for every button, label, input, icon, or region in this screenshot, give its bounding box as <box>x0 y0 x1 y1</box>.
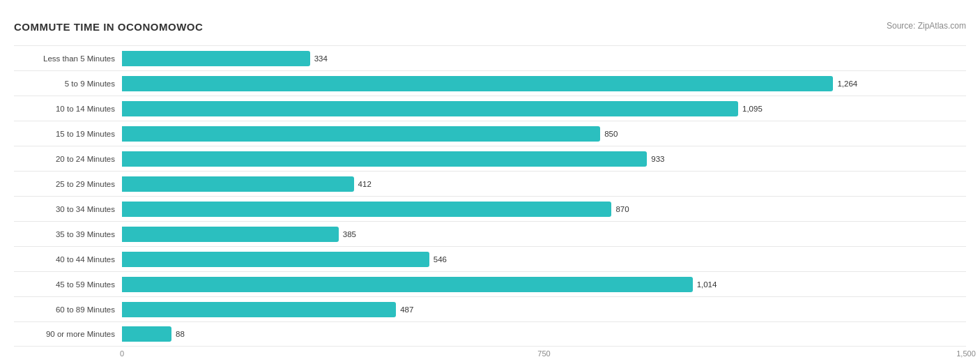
x-axis-tick: 1,500 <box>956 349 976 358</box>
bar-area: 334 <box>122 49 966 68</box>
bar-label: 60 to 89 Minutes <box>14 305 122 314</box>
bar-row: 20 to 24 Minutes933 <box>14 146 966 171</box>
x-axis-tick: 750 <box>537 349 550 358</box>
bar-value: 412 <box>358 180 372 188</box>
bar: 334 <box>122 51 310 66</box>
x-axis: 07501,500 <box>122 349 966 363</box>
bar-row: 30 to 34 Minutes870 <box>14 196 966 221</box>
bar-value: 870 <box>615 205 629 213</box>
bar-label: 40 to 44 Minutes <box>14 255 122 264</box>
bar-value: 1,264 <box>837 79 857 88</box>
bar-area: 385 <box>122 225 966 244</box>
bar-label: 5 to 9 Minutes <box>14 79 122 88</box>
bar-label: 15 to 19 Minutes <box>14 130 122 138</box>
bar: 88 <box>122 326 171 342</box>
chart-source: Source: ZipAtlas.com <box>887 21 966 31</box>
bar-row: 40 to 44 Minutes546 <box>14 246 966 271</box>
bar-area: 546 <box>122 250 966 269</box>
bar-value: 487 <box>400 305 413 314</box>
bar-row: 5 to 9 Minutes1,264 <box>14 70 966 96</box>
bar: 870 <box>122 202 611 217</box>
bar-label: 20 to 24 Minutes <box>14 155 122 163</box>
bar-row: Less than 5 Minutes334 <box>14 45 966 70</box>
bar-value: 88 <box>176 330 185 338</box>
bar-row: 10 to 14 Minutes1,095 <box>14 96 966 121</box>
bar-label: 30 to 34 Minutes <box>14 205 122 213</box>
chart-container: COMMUTE TIME IN OCONOMOWOC Source: ZipAt… <box>14 14 966 364</box>
bar: 1,095 <box>122 101 738 116</box>
bar-row: 25 to 29 Minutes412 <box>14 171 966 196</box>
bar: 412 <box>122 176 354 192</box>
bar-value: 1,014 <box>697 280 717 289</box>
bar-area: 1,264 <box>122 74 966 93</box>
bar-area: 870 <box>122 199 966 219</box>
bar-label: 90 or more Minutes <box>14 330 122 338</box>
bar: 1,264 <box>122 76 833 91</box>
bar-label: 45 to 59 Minutes <box>14 280 122 289</box>
bar-area: 487 <box>122 300 966 319</box>
bar: 850 <box>122 126 600 142</box>
bar: 933 <box>122 151 647 167</box>
bar-row: 15 to 19 Minutes850 <box>14 121 966 146</box>
chart-header: COMMUTE TIME IN OCONOMOWOC Source: ZipAt… <box>14 21 966 33</box>
bar-row: 45 to 59 Minutes1,014 <box>14 271 966 296</box>
bar-value: 334 <box>314 54 328 63</box>
bar-row: 90 or more Minutes88 <box>14 321 966 347</box>
x-axis-tick: 0 <box>120 349 124 358</box>
bar-area: 933 <box>122 149 966 169</box>
chart-title: COMMUTE TIME IN OCONOMOWOC <box>14 21 203 33</box>
bar-value: 933 <box>651 155 664 163</box>
bar-label: 10 to 14 Minutes <box>14 105 122 113</box>
bar-area: 412 <box>122 174 966 194</box>
bar: 546 <box>122 252 429 267</box>
bar-area: 1,095 <box>122 99 966 119</box>
bar-row: 60 to 89 Minutes487 <box>14 296 966 321</box>
bar-area: 1,014 <box>122 275 966 294</box>
bar-value: 850 <box>604 130 618 138</box>
bar-area: 850 <box>122 124 966 144</box>
bar-label: 35 to 39 Minutes <box>14 230 122 238</box>
bar-label: 25 to 29 Minutes <box>14 180 122 188</box>
chart-body: Less than 5 Minutes3345 to 9 Minutes1,26… <box>14 45 966 347</box>
bar: 487 <box>122 302 396 317</box>
bar-label: Less than 5 Minutes <box>14 54 122 63</box>
bar-area: 88 <box>122 324 966 344</box>
bar-value: 385 <box>343 230 356 238</box>
bar: 385 <box>122 227 339 242</box>
bar-value: 546 <box>434 255 447 264</box>
bar-value: 1,095 <box>742 105 763 113</box>
bar: 1,014 <box>122 277 693 292</box>
bar-row: 35 to 39 Minutes385 <box>14 221 966 246</box>
